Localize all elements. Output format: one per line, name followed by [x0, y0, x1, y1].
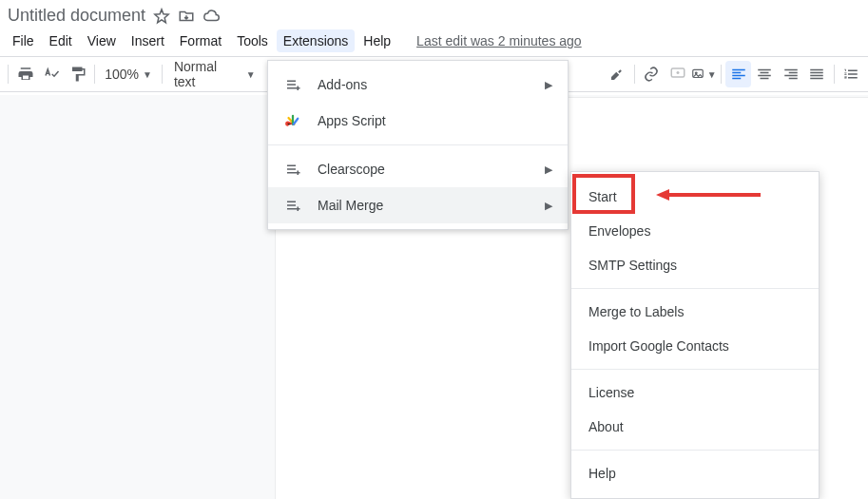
titlebar: Untitled document [0, 0, 868, 26]
align-justify-button[interactable] [803, 61, 829, 87]
menu-separator [571, 450, 819, 451]
submenu-item-help[interactable]: Help [571, 456, 819, 490]
paint-format-button[interactable] [65, 61, 90, 87]
submenu-item-start[interactable]: Start [571, 180, 819, 214]
align-right-button[interactable] [778, 61, 803, 87]
align-left-button[interactable] [725, 61, 751, 87]
zoom-value: 100% [105, 67, 139, 82]
menu-separator [571, 288, 819, 289]
align-center-button[interactable] [751, 61, 777, 87]
menu-separator [268, 144, 568, 145]
highlight-color-button[interactable] [604, 61, 629, 87]
extension-icon [283, 160, 302, 179]
cloud-status-icon[interactable] [203, 8, 220, 25]
apps-script-icon [283, 111, 302, 130]
submenu-item-import-contacts[interactable]: Import Google Contacts [571, 329, 819, 363]
submenu-item-merge-labels[interactable]: Merge to Labels [571, 295, 819, 329]
submenu-item-smtp[interactable]: SMTP Settings [571, 248, 819, 282]
menu-separator [571, 369, 819, 370]
menu-help[interactable]: Help [357, 29, 397, 52]
spellcheck-button[interactable] [38, 61, 64, 87]
menu-extensions[interactable]: Extensions [277, 29, 355, 52]
addons-icon [283, 75, 302, 94]
chevron-down-icon: ▼ [143, 69, 152, 80]
menu-insert[interactable]: Insert [125, 29, 171, 52]
menu-format[interactable]: Format [173, 29, 228, 52]
chevron-right-icon: ▶ [545, 163, 552, 176]
last-edit-link[interactable]: Last edit was 2 minutes ago [416, 33, 582, 48]
menu-item-clearscope[interactable]: Clearscope ▶ [268, 151, 568, 187]
menu-label: Apps Script [318, 113, 552, 128]
chevron-down-icon: ▼ [246, 69, 256, 80]
chevron-right-icon: ▶ [545, 79, 552, 91]
move-icon[interactable] [178, 8, 195, 25]
chevron-down-icon: ▼ [707, 69, 717, 80]
menu-edit[interactable]: Edit [43, 29, 79, 52]
submenu-item-envelopes[interactable]: Envelopes [571, 214, 819, 248]
menu-view[interactable]: View [81, 29, 123, 52]
star-icon[interactable] [153, 8, 170, 25]
zoom-select[interactable]: 100% ▼ [99, 67, 158, 82]
extensions-dropdown: Add-ons ▶ Apps Script Clearscope ▶ Mail … [267, 60, 569, 230]
menu-item-apps-script[interactable]: Apps Script [268, 103, 568, 139]
menu-label: Add-ons [318, 77, 530, 92]
menu-label: Mail Merge [318, 198, 530, 213]
submenu-item-about[interactable]: About [571, 410, 819, 444]
insert-image-button[interactable]: ▼ [691, 61, 717, 87]
document-title[interactable]: Untitled document [8, 6, 145, 26]
extension-icon [283, 196, 302, 215]
submenu-item-license[interactable]: License [571, 375, 819, 410]
menu-item-addons[interactable]: Add-ons ▶ [268, 67, 568, 103]
numbered-list-button[interactable] [839, 61, 864, 87]
chevron-right-icon: ▶ [545, 200, 552, 212]
mail-merge-submenu: Start Envelopes SMTP Settings Merge to L… [570, 171, 820, 499]
menu-item-mail-merge[interactable]: Mail Merge ▶ [268, 187, 568, 223]
insert-link-button[interactable] [639, 61, 665, 87]
style-name: Normal text [174, 59, 241, 89]
menu-tools[interactable]: Tools [230, 29, 275, 52]
menubar: File Edit View Insert Format Tools Exten… [0, 26, 868, 56]
paragraph-style-select[interactable]: Normal text ▼ [166, 59, 263, 89]
insert-comment-button[interactable] [665, 61, 690, 87]
menu-file[interactable]: File [6, 29, 41, 52]
menu-label: Clearscope [318, 162, 530, 177]
print-button[interactable] [12, 61, 38, 87]
